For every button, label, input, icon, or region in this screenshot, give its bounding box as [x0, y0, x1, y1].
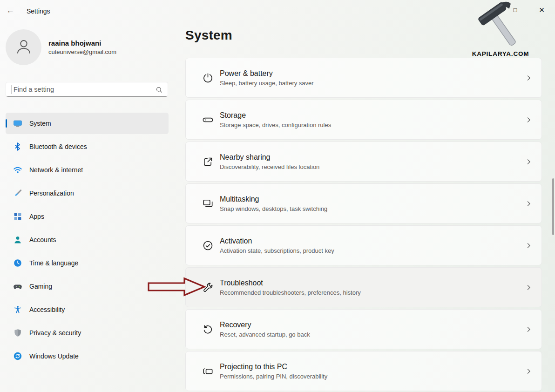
annotation-arrow: [147, 277, 207, 297]
app-title: Settings: [27, 7, 50, 15]
sidebar-item-system[interactable]: System: [6, 113, 169, 134]
nearby-sharing-icon: [202, 156, 214, 168]
page-title: System: [185, 26, 542, 45]
sidebar-item-accounts[interactable]: Accounts: [6, 229, 169, 250]
settings-card-activation[interactable]: ActivationActivation state, subscription…: [185, 225, 542, 265]
sidebar-item-privacy-security[interactable]: Privacy & security: [6, 322, 169, 344]
settings-card-storage[interactable]: StorageStorage space, drives, configurat…: [185, 100, 542, 140]
card-title: Recovery: [220, 321, 310, 329]
card-subtitle: Discoverability, received files location: [220, 163, 319, 170]
settings-card-recovery[interactable]: RecoveryReset, advanced startup, go back: [185, 309, 542, 349]
activation-icon: [202, 240, 214, 251]
personalization-icon: [13, 189, 22, 198]
card-subtitle: Sleep, battery usage, battery saver: [220, 80, 314, 87]
card-subtitle: Snap windows, desktops, task switching: [220, 205, 327, 212]
sidebar-item-accessibility[interactable]: Accessibility: [6, 299, 169, 320]
chevron-right-icon: [525, 158, 532, 165]
chevron-right-icon: [525, 242, 532, 249]
multitasking-icon: [202, 198, 214, 210]
user-profile[interactable]: raaina bhojwani cuteuniverse@gmail.com: [6, 29, 116, 65]
person-icon: [13, 36, 34, 59]
settings-card-troubleshoot[interactable]: TroubleshootRecommended troubleshooters,…: [185, 267, 542, 307]
card-subtitle: Storage space, drives, configuration rul…: [220, 122, 331, 128]
chevron-right-icon: [525, 368, 532, 375]
card-title: Storage: [220, 111, 331, 120]
search-input[interactable]: [14, 83, 153, 96]
settings-card-list: Power & batterySleep, battery usage, bat…: [185, 58, 542, 391]
text-caret: [12, 85, 12, 94]
time-icon: [13, 258, 22, 268]
chevron-right-icon: [525, 200, 532, 207]
main-content: System Power & batterySleep, battery usa…: [185, 26, 542, 392]
accessibility-icon: [13, 305, 22, 314]
card-subtitle: Reset, advanced startup, go back: [220, 331, 310, 338]
settings-card-multitasking[interactable]: MultitaskingSnap windows, desktops, task…: [185, 183, 542, 223]
sidebar-item-label: Apps: [29, 213, 44, 220]
chevron-right-icon: [525, 116, 532, 123]
sidebar-item-label: Accounts: [29, 236, 56, 243]
sidebar-item-label: Gaming: [29, 283, 52, 290]
bluetooth-icon: [13, 142, 22, 151]
recovery-icon: [202, 324, 214, 335]
sidebar-item-apps[interactable]: Apps: [6, 206, 169, 227]
settings-card-power-battery[interactable]: Power & batterySleep, battery usage, bat…: [185, 58, 542, 98]
card-title: Nearby sharing: [220, 153, 319, 162]
power-icon: [202, 72, 214, 84]
sidebar-item-bluetooth-devices[interactable]: Bluetooth & devices: [6, 136, 169, 157]
card-subtitle: Activation state, subscriptions, product…: [220, 247, 334, 254]
windows-update-icon: [13, 351, 22, 361]
user-email: cuteuniverse@gmail.com: [48, 48, 116, 55]
back-button[interactable]: ←: [7, 6, 14, 15]
user-name: raaina bhojwani: [48, 39, 116, 47]
search-icon: [156, 86, 163, 94]
card-subtitle: Recommended troubleshooters, preferences…: [220, 289, 361, 296]
system-icon: [13, 119, 22, 128]
avatar: [6, 29, 41, 65]
search-box[interactable]: [6, 82, 168, 97]
card-title: Multitasking: [220, 195, 327, 203]
sidebar-item-label: Accessibility: [29, 306, 65, 313]
settings-card-nearby-sharing[interactable]: Nearby sharingDiscoverability, received …: [185, 142, 542, 182]
chevron-right-icon: [525, 74, 532, 81]
card-title: Projecting to this PC: [220, 363, 327, 371]
scrollbar-thumb[interactable]: [552, 178, 554, 235]
card-subtitle: Permissions, pairing PIN, discoverabilit…: [220, 373, 327, 380]
sidebar-nav: SystemBluetooth & devicesNetwork & inter…: [6, 113, 169, 369]
gaming-icon: [13, 282, 22, 291]
settings-window: ← Settings – □ × KAPILARYA.COM: [0, 0, 555, 392]
settings-card-projecting-to-this-pc[interactable]: Projecting to this PCPermissions, pairin…: [185, 351, 542, 391]
storage-icon: [202, 114, 214, 126]
sidebar-item-label: Privacy & security: [29, 329, 81, 337]
selected-accent-bar: [6, 119, 7, 128]
sidebar-item-label: Network & internet: [29, 166, 83, 174]
apps-icon: [13, 212, 22, 221]
projecting-icon: [202, 365, 214, 377]
sidebar-item-personalization[interactable]: Personalization: [6, 182, 169, 204]
card-title: Troubleshoot: [220, 279, 361, 287]
card-title: Activation: [220, 237, 334, 245]
sidebar-item-windows-update[interactable]: Windows Update: [6, 345, 169, 367]
sidebar-item-label: Bluetooth & devices: [29, 143, 87, 150]
sidebar-item-network-internet[interactable]: Network & internet: [6, 159, 169, 181]
accounts-icon: [13, 235, 22, 244]
privacy-icon: [13, 328, 22, 338]
chevron-right-icon: [525, 326, 532, 333]
sidebar-item-label: Windows Update: [29, 352, 79, 360]
sidebar-item-gaming[interactable]: Gaming: [6, 276, 169, 297]
sidebar-item-label: Personalization: [29, 189, 74, 197]
sidebar-item-label: Time & language: [29, 259, 78, 267]
card-title: Power & battery: [220, 69, 314, 78]
sidebar-item-time-language[interactable]: Time & language: [6, 252, 169, 274]
chevron-right-icon: [525, 284, 532, 291]
sidebar-item-label: System: [29, 120, 51, 127]
network-icon: [13, 165, 22, 175]
